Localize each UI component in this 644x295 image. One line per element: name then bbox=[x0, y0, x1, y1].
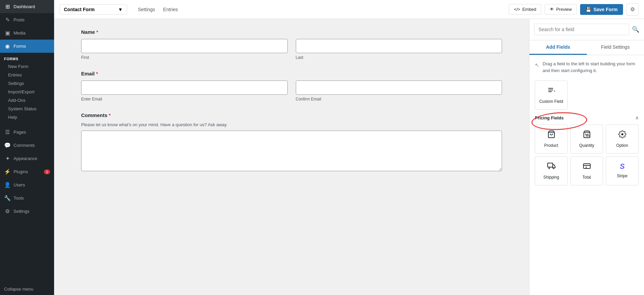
comments-textarea[interactable] bbox=[81, 131, 502, 171]
option-field-card[interactable]: Option bbox=[606, 124, 639, 154]
tools-icon: 🔧 bbox=[4, 195, 11, 201]
drag-hint: ↖ Drag a field to the left to start buil… bbox=[535, 61, 639, 74]
panel-tabs: Add Fields Field Settings bbox=[529, 40, 644, 55]
comments-textarea-wrap bbox=[81, 131, 502, 173]
sidebar-item-dashboard[interactable]: ⊞ Dashboard bbox=[0, 0, 54, 13]
sidebar-sub-addons[interactable]: Add-Ons bbox=[0, 96, 54, 105]
custom-field-card[interactable]: + Custom Field bbox=[535, 81, 568, 110]
forms-section-header: Forms bbox=[0, 53, 54, 62]
total-field-label: Total bbox=[582, 175, 591, 180]
quantity-icon: 123 bbox=[583, 130, 591, 140]
form-selector[interactable]: Contact Form ▼ bbox=[59, 4, 127, 15]
sidebar-sub-system-status[interactable]: System Status bbox=[0, 105, 54, 113]
pricing-fields-section: Pricing Fields ∧ bbox=[535, 115, 639, 120]
sidebar-item-users[interactable]: 👤 Users bbox=[0, 178, 54, 191]
content-area: Name * First Last Email bbox=[54, 19, 644, 295]
topbar: Contact Form ▼ Settings Entries </> Embe… bbox=[54, 0, 644, 19]
collapse-menu-label: Collapse menu bbox=[4, 287, 33, 292]
shipping-field-card[interactable]: Shipping bbox=[535, 156, 568, 185]
save-form-button[interactable]: 💾 Save Form bbox=[580, 4, 623, 15]
name-field-label: Name * bbox=[81, 29, 502, 35]
svg-text:123: 123 bbox=[586, 135, 590, 137]
enter-email-wrap: Enter Email bbox=[81, 81, 288, 101]
stripe-field-card[interactable]: S Stripe bbox=[606, 156, 639, 185]
comments-description: Please let us know what's on your mind. … bbox=[81, 122, 502, 127]
product-field-card[interactable]: Product bbox=[535, 124, 568, 154]
svg-text:+: + bbox=[554, 90, 555, 93]
svg-point-7 bbox=[621, 133, 623, 135]
collapse-pricing-icon[interactable]: ∧ bbox=[635, 115, 639, 120]
gear-settings-button[interactable]: ⚙ bbox=[626, 3, 639, 16]
comments-field-group: Comments * Please let us know what's on … bbox=[81, 112, 502, 173]
sidebar-item-tools[interactable]: 🔧 Tools bbox=[0, 191, 54, 205]
topbar-nav-entries[interactable]: Entries bbox=[163, 7, 178, 12]
search-field-wrap: 🔍 bbox=[529, 19, 644, 40]
drag-hint-text: Drag a field to the left to start buildi… bbox=[543, 61, 639, 74]
email-required-star: * bbox=[96, 71, 98, 76]
sidebar-item-forms[interactable]: ◉ Forms bbox=[0, 40, 54, 53]
sidebar-item-plugins[interactable]: ⚡ Plugins 1 bbox=[0, 165, 54, 178]
embed-button[interactable]: </> Embed bbox=[509, 4, 541, 15]
sidebar-item-appearance[interactable]: ✦ Appearance bbox=[0, 152, 54, 165]
option-field-label: Option bbox=[616, 143, 628, 148]
email-field-label: Email * bbox=[81, 71, 502, 76]
collapse-menu-button[interactable]: Collapse menu bbox=[0, 283, 54, 295]
tab-add-fields[interactable]: Add Fields bbox=[529, 40, 587, 55]
sidebar-item-settings[interactable]: ⚙ Settings bbox=[0, 205, 54, 218]
main-area: Contact Form ▼ Settings Entries </> Embe… bbox=[54, 0, 644, 295]
plugins-icon: ⚡ bbox=[4, 168, 11, 175]
custom-fields-section: + Custom Field bbox=[535, 81, 639, 110]
enter-email-input[interactable] bbox=[81, 81, 288, 95]
first-name-sublabel: First bbox=[81, 55, 288, 60]
product-field-label: Product bbox=[544, 143, 558, 148]
name-inputs-row: First Last bbox=[81, 39, 502, 60]
sidebar-sub-entries[interactable]: Entries bbox=[0, 71, 54, 79]
sidebar-sub-help[interactable]: Help bbox=[0, 113, 54, 121]
svg-rect-11 bbox=[583, 164, 590, 168]
topbar-nav-settings[interactable]: Settings bbox=[138, 7, 155, 12]
option-icon bbox=[618, 130, 626, 140]
media-icon: ▣ bbox=[4, 30, 11, 36]
quantity-field-label: Quantity bbox=[579, 143, 594, 148]
preview-eye-icon: 👁 bbox=[550, 7, 554, 12]
comments-required-star: * bbox=[109, 112, 111, 118]
last-name-sublabel: Last bbox=[296, 55, 502, 60]
svg-rect-8 bbox=[548, 163, 553, 167]
email-inputs-row: Enter Email Confirm Email bbox=[81, 81, 502, 101]
quantity-field-card[interactable]: 123 Quantity bbox=[570, 124, 603, 154]
last-name-wrap: Last bbox=[296, 39, 502, 60]
posts-icon: ✎ bbox=[4, 17, 11, 23]
sidebar-item-label: Posts bbox=[14, 17, 25, 22]
sidebar-sub-new-form[interactable]: New Form bbox=[0, 62, 54, 71]
comments-field-label: Comments * bbox=[81, 112, 502, 118]
sidebar-item-label: Forms bbox=[14, 44, 26, 49]
pricing-fields-label: Pricing Fields bbox=[535, 115, 564, 120]
shipping-icon bbox=[547, 162, 555, 172]
users-icon: 👤 bbox=[4, 182, 11, 188]
tab-field-settings[interactable]: Field Settings bbox=[587, 40, 644, 55]
sidebar-item-label: Media bbox=[14, 30, 25, 36]
gear-icon: ⚙ bbox=[630, 6, 635, 13]
search-field-input[interactable] bbox=[534, 24, 629, 35]
confirm-email-input[interactable] bbox=[296, 81, 502, 95]
name-field-group: Name * First Last bbox=[81, 29, 502, 60]
total-field-card[interactable]: $ Total bbox=[570, 156, 603, 185]
sidebar-item-pages[interactable]: ☰ Pages bbox=[0, 126, 54, 139]
sidebar-item-posts[interactable]: ✎ Posts bbox=[0, 13, 54, 26]
pricing-fields-grid: Product 123 Quantity bbox=[535, 124, 639, 185]
custom-field-label: Custom Field bbox=[539, 99, 563, 104]
form-canvas: Name * First Last Email bbox=[54, 19, 529, 295]
plugins-badge: 1 bbox=[44, 169, 50, 174]
total-icon: $ bbox=[583, 162, 591, 172]
search-icon[interactable]: 🔍 bbox=[632, 26, 639, 33]
first-name-input[interactable] bbox=[81, 39, 288, 53]
sidebar-item-label: Dashboard bbox=[14, 4, 35, 9]
preview-button[interactable]: 👁 Preview bbox=[545, 4, 577, 15]
last-name-input[interactable] bbox=[296, 39, 502, 53]
confirm-email-wrap: Confirm Email bbox=[296, 81, 502, 101]
cursor-icon: ↖ bbox=[535, 61, 539, 69]
sidebar-sub-settings[interactable]: Settings bbox=[0, 79, 54, 88]
sidebar-item-media[interactable]: ▣ Media bbox=[0, 26, 54, 40]
sidebar-item-comments[interactable]: 💬 Comments bbox=[0, 139, 54, 152]
sidebar-sub-import-export[interactable]: Import/Export bbox=[0, 88, 54, 96]
